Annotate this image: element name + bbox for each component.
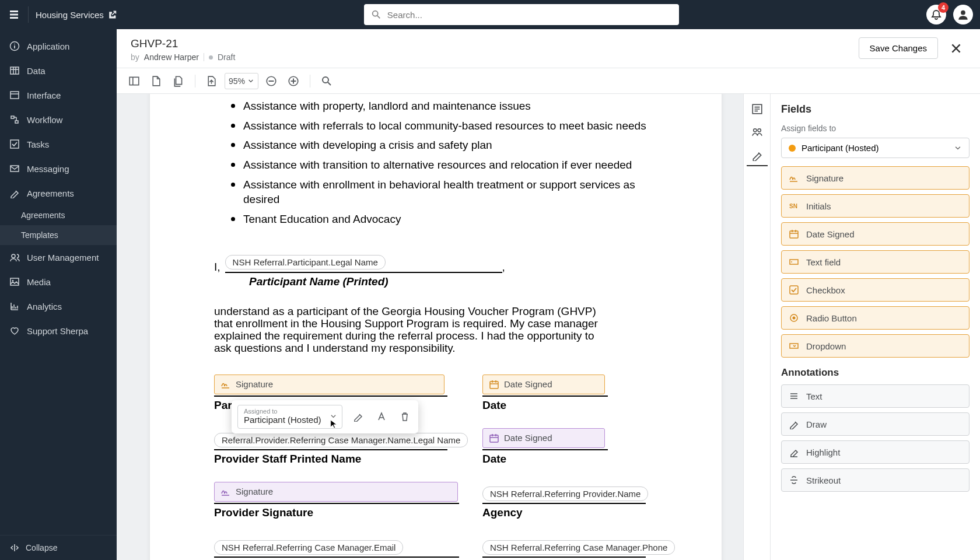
field-label: Dropdown xyxy=(806,341,846,351)
mail-icon xyxy=(9,163,20,174)
sidebar-item-label: Analytics xyxy=(27,302,62,312)
agency-binding-tag[interactable]: NSH Referral.Referring Provider.Name xyxy=(482,487,648,501)
field-label: Date Signed xyxy=(806,229,855,239)
participant-date-field[interactable]: Date Signed xyxy=(482,374,605,394)
annotations-heading: Annotations xyxy=(781,367,970,379)
sidebar-item-media[interactable]: Media xyxy=(0,270,117,294)
sidebar-item-tasks[interactable]: Tasks xyxy=(0,132,117,156)
sidebar-item-label: Support Sherpa xyxy=(27,326,88,336)
collapse-label: Collapse xyxy=(26,543,57,552)
sidebar-item-support[interactable]: Support Sherpa xyxy=(0,318,117,343)
sidebar-item-agreements[interactable]: Agreements xyxy=(0,181,117,205)
bullet-item: Assistance with transition to alternativ… xyxy=(243,155,657,173)
zoom-in-button[interactable] xyxy=(284,72,303,90)
document-status: Draft xyxy=(218,52,235,62)
field-popover: Assigned to Participant (Hosted) xyxy=(232,400,418,433)
field-type-text[interactable]: Text field xyxy=(781,250,970,274)
sidebar-item-workflow[interactable]: Workflow xyxy=(0,107,117,132)
workflow-icon xyxy=(9,114,20,125)
field-type-radio[interactable]: Radio Button xyxy=(781,306,970,330)
pen-icon xyxy=(789,419,799,429)
notifications-button[interactable]: 4 xyxy=(926,5,946,24)
staff-name-binding-tag[interactable]: Referral.Provider.Referring Case Manager… xyxy=(214,433,468,447)
strikeout-icon xyxy=(789,475,799,485)
phone-binding-tag[interactable]: NSH Referral.Referring Case Manager.Phon… xyxy=(482,540,675,555)
annotation-text[interactable]: Text xyxy=(781,384,970,408)
toolbar-separator xyxy=(195,75,195,88)
annotation-highlight[interactable]: Highlight xyxy=(781,440,970,464)
panel-toggle-button[interactable] xyxy=(125,72,144,90)
assigned-to-value: Participant (Hosted) xyxy=(244,415,326,425)
zoom-out-button[interactable] xyxy=(262,72,281,90)
sidebar-item-label: Agreements xyxy=(27,188,74,198)
sidebar-item-user-management[interactable]: User Management xyxy=(0,245,117,270)
documents-button[interactable] xyxy=(169,72,188,90)
sidebar-item-data[interactable]: Data xyxy=(0,58,117,83)
sidebar-item-analytics[interactable]: Analytics xyxy=(0,294,117,318)
field-type-date-signed[interactable]: Date Signed xyxy=(781,222,970,246)
radio-icon xyxy=(789,313,799,323)
staff-name-label: Provider Staff Printed Name xyxy=(214,453,471,466)
global-search[interactable] xyxy=(364,4,679,25)
sidebar-item-label: Data xyxy=(27,66,46,76)
pen-icon xyxy=(9,188,20,198)
delete-field-button[interactable] xyxy=(397,409,412,424)
field-type-signature[interactable]: Signature xyxy=(781,166,970,190)
field-type-dropdown[interactable]: Dropdown xyxy=(781,334,970,358)
search-input[interactable] xyxy=(387,10,672,20)
toolrail xyxy=(743,94,770,560)
find-button[interactable] xyxy=(317,72,336,90)
field-type-checkbox[interactable]: Checkbox xyxy=(781,278,970,302)
agency-label: Agency xyxy=(482,506,646,519)
font-button[interactable] xyxy=(374,409,389,424)
assignee-value: Participant (Hosted) xyxy=(802,143,879,153)
sidebar-item-application[interactable]: Application xyxy=(0,34,117,58)
meta-separator xyxy=(204,53,204,61)
provider-signature-field[interactable]: Signature xyxy=(214,482,458,502)
field-label: Signature xyxy=(236,379,273,389)
app-logo-icon[interactable] xyxy=(7,8,21,22)
upload-button[interactable] xyxy=(202,72,221,90)
panel-title: Fields xyxy=(781,103,970,116)
sidebar-item-label: Application xyxy=(27,41,69,51)
sidebar-item-interface[interactable]: Interface xyxy=(0,83,117,107)
zoom-select[interactable]: 95% xyxy=(225,73,258,89)
profile-button[interactable] xyxy=(953,5,973,24)
save-button[interactable]: Save Changes xyxy=(859,37,938,59)
assigned-to-label: Assigned to xyxy=(244,408,326,415)
email-binding-tag[interactable]: NSH Referral.Referring Case Manager.Emai… xyxy=(214,540,403,555)
annotation-strikeout[interactable]: Strikeout xyxy=(781,468,970,492)
calendar-icon xyxy=(789,229,799,239)
sidebar-item-label: Tasks xyxy=(27,139,49,149)
field-type-initials[interactable]: Initials xyxy=(781,194,970,218)
participant-name-field[interactable]: NSH Referral.Participant.Legal Name xyxy=(225,256,502,273)
sidebar-subitem-templates[interactable]: Templates xyxy=(0,225,117,245)
users-icon xyxy=(9,252,20,262)
provider-date-field[interactable]: Date Signed xyxy=(482,428,605,448)
name-binding-tag[interactable]: NSH Referral.Participant.Legal Name xyxy=(225,255,386,270)
field-label: Initials xyxy=(806,201,831,211)
sidebar-collapse[interactable]: Collapse xyxy=(0,535,117,560)
dropdown-icon xyxy=(789,341,799,351)
annotation-draw[interactable]: Draw xyxy=(781,412,970,436)
calendar-icon xyxy=(489,379,499,390)
chart-icon xyxy=(9,301,20,312)
calendar-icon xyxy=(489,433,499,443)
sidebar-subitem-agreements[interactable]: Agreements xyxy=(0,205,117,225)
app-name[interactable]: Housing Services xyxy=(36,10,117,20)
user-icon xyxy=(957,8,970,21)
close-button[interactable] xyxy=(946,38,966,58)
participant-signature-field[interactable]: Signature xyxy=(214,374,444,394)
recipients-tab[interactable] xyxy=(747,122,768,143)
canvas-area[interactable]: Assistance with annual certifications an… xyxy=(117,94,743,560)
provider-signature-label: Provider Signature xyxy=(214,506,471,519)
assigned-to-select[interactable]: Assigned to Participant (Hosted) xyxy=(237,405,342,429)
assignee-select[interactable]: Participant (Hosted) xyxy=(781,138,970,158)
initials-icon xyxy=(789,201,799,211)
document-button[interactable] xyxy=(147,72,166,90)
edit-tab[interactable] xyxy=(747,145,768,166)
sidebar-item-label: Workflow xyxy=(27,115,62,125)
edit-field-button[interactable] xyxy=(351,409,366,424)
form-fields-tab[interactable] xyxy=(747,99,768,120)
sidebar-item-messaging[interactable]: Messaging xyxy=(0,156,117,181)
